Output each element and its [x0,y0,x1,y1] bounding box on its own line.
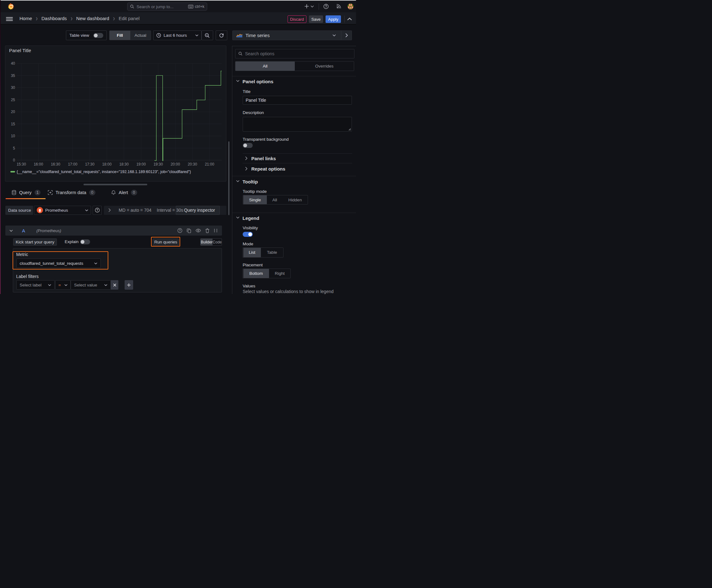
svg-text:30: 30 [11,85,15,90]
svg-text:20: 20 [11,110,15,114]
svg-text:18:00: 18:00 [102,162,111,166]
svg-text:15: 15 [11,122,15,126]
svg-text:19:30: 19:30 [153,162,163,166]
svg-text:25: 25 [11,98,15,102]
svg-text:0: 0 [13,158,15,162]
svg-text:15:30: 15:30 [17,162,26,166]
svg-text:16:30: 16:30 [51,162,60,166]
svg-text:10: 10 [11,134,15,138]
svg-text:35: 35 [11,74,15,78]
svg-text:40: 40 [11,61,15,66]
svg-text:17:30: 17:30 [85,162,94,166]
svg-text:{__name__="cloudflared_tunnel_: {__name__="cloudflared_tunnel_total_requ… [17,170,191,174]
svg-text:17:00: 17:00 [68,162,77,166]
svg-text:5: 5 [13,146,15,150]
svg-text:20:00: 20:00 [170,162,180,166]
svg-text:18:30: 18:30 [119,162,129,166]
svg-text:19:00: 19:00 [136,162,146,166]
svg-text:20:30: 20:30 [188,162,197,166]
svg-text:16:00: 16:00 [34,162,43,166]
svg-text:21:00: 21:00 [205,162,214,166]
